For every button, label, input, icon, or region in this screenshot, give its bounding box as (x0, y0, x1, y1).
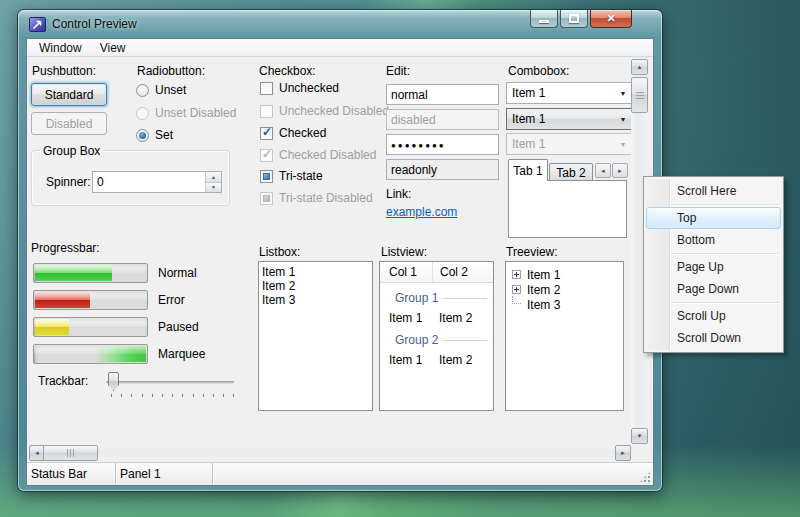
combobox-value: Item 1 (507, 112, 615, 126)
listbox: Item 1 Item 2 Item 3 (258, 261, 373, 411)
menu-item-page-up[interactable]: Page Up (646, 256, 781, 278)
listview: Col 1 Col 2 Group 1 Item 1 Item 2 Group … (379, 261, 494, 411)
horizontal-scroll-thumb[interactable] (43, 445, 98, 461)
radio-label: Unset Disabled (155, 106, 236, 120)
checkbox-checked-disabled: ✓ Checked Disabled (260, 147, 376, 163)
expand-plus-icon[interactable] (512, 285, 521, 294)
combobox-droplist[interactable]: Item 1 ▼ (506, 108, 632, 130)
thumb-grip-icon (70, 449, 71, 457)
status-panel-empty (213, 463, 653, 485)
menu-item-page-down[interactable]: Page Down (646, 278, 781, 300)
table-row[interactable]: Item 1 Item 2 (389, 353, 493, 367)
checkbox-tristate[interactable]: Tri-state (260, 168, 323, 184)
checkbox-tristate-disabled: Tri-state Disabled (260, 190, 373, 206)
vertical-scroll-thumb[interactable] (631, 77, 648, 113)
radio-set[interactable]: Set (136, 127, 173, 143)
scroll-up-button[interactable]: ▲ (631, 59, 648, 75)
close-icon: ✕ (606, 13, 615, 24)
edit-normal[interactable]: normal (386, 84, 499, 105)
progressbar-name: Marquee (158, 347, 205, 361)
indeterminate-fill (263, 195, 270, 202)
treeview: Item 1 Item 2 Item 3 (505, 261, 624, 411)
maximize-button[interactable] (560, 10, 588, 28)
standard-button[interactable]: Standard (31, 83, 107, 106)
titlebar[interactable]: Control Preview ✕ (26, 10, 654, 38)
edit-label: Edit: (386, 64, 410, 78)
progressbar-name: Error (158, 293, 185, 307)
edit-disabled: disabled (386, 109, 499, 130)
progress-gloss (34, 264, 147, 273)
menu-item-scroll-here[interactable]: Scroll Here (646, 180, 781, 202)
minimize-icon (539, 20, 549, 23)
checkbox-label: Tri-state (279, 169, 323, 183)
minimize-button[interactable] (530, 10, 558, 28)
checkbox-unchecked[interactable]: Unchecked (260, 80, 339, 96)
chevron-down-icon: ▼ (615, 116, 631, 123)
checkbox-unchecked-disabled: Unchecked Disabled (260, 103, 389, 119)
status-panel: Panel 1 (116, 463, 213, 485)
close-button[interactable]: ✕ (590, 10, 632, 28)
list-item[interactable]: Item 2 (259, 279, 372, 293)
list-item[interactable]: Item 3 (259, 293, 372, 307)
menu-view[interactable]: View (91, 40, 135, 56)
trackbar-thumb[interactable] (108, 372, 119, 391)
list-item[interactable]: Item 1 (259, 265, 372, 279)
cell: Item 1 (389, 311, 439, 325)
chevron-down-icon: ▼ (615, 141, 631, 148)
menu-item-scroll-up[interactable]: Scroll Up (646, 305, 781, 327)
table-row[interactable]: Item 1 Item 2 (389, 311, 493, 325)
combobox-normal[interactable]: Item 1 ▼ (506, 82, 632, 104)
horizontal-scrollbar[interactable]: ◄ ► (29, 445, 631, 461)
radio-icon (136, 107, 149, 120)
radio-checked-icon (136, 129, 149, 142)
menu-item-top[interactable]: Top (646, 207, 781, 229)
example-link[interactable]: example.com (386, 205, 457, 219)
thumb-grip-icon (636, 95, 644, 96)
radio-label: Unset (155, 83, 186, 97)
menu-item-scroll-down[interactable]: Scroll Down (646, 327, 781, 349)
tree-item[interactable]: Item 1 (506, 267, 623, 282)
edit-password[interactable]: ●●●●●●●● (386, 134, 499, 155)
tab-2[interactable]: Tab 2 (549, 163, 593, 181)
spinner-down-button[interactable]: ▼ (206, 183, 221, 193)
radiobutton-label: Radiobutton: (137, 64, 205, 78)
treeview-label: Treeview: (506, 245, 558, 259)
group-name: Group 2 (395, 333, 438, 347)
spinner-up-button[interactable]: ▲ (206, 172, 221, 183)
app-icon (29, 17, 46, 32)
tab-scroll-right-button[interactable]: ► (612, 163, 628, 178)
combobox-value: Item 1 (507, 137, 615, 151)
tab-1[interactable]: Tab 1 (508, 159, 548, 181)
cell: Item 2 (439, 311, 472, 325)
column-header[interactable]: Col 2 (433, 262, 493, 282)
tree-item[interactable]: Item 2 (506, 282, 623, 297)
status-bar: Status Bar Panel 1 (27, 462, 653, 485)
combobox-value: Item 1 (507, 86, 615, 100)
trackbar-track[interactable] (106, 381, 234, 384)
checkbox-label: Unchecked Disabled (279, 104, 389, 118)
progressbar-name: Paused (158, 320, 199, 334)
checkbox-label: Checked (279, 126, 326, 140)
tab-scroll-left-button[interactable]: ◄ (595, 163, 611, 178)
progressbar-normal (33, 263, 148, 283)
checkbox-icon (260, 105, 273, 118)
scroll-right-button[interactable]: ► (615, 445, 631, 461)
column-header[interactable]: Col 1 (380, 262, 433, 282)
menu-window[interactable]: Window (30, 40, 91, 56)
radio-unset[interactable]: Unset (136, 82, 186, 98)
cell: Item 2 (439, 353, 472, 367)
expand-plus-icon[interactable] (512, 270, 521, 279)
tab-content-panel (508, 180, 627, 238)
listview-group-header: Group 2 (395, 333, 487, 347)
group-box-legend: Group Box (40, 144, 103, 158)
edit-readonly[interactable]: readonly (386, 159, 499, 180)
tree-item-label: Item 2 (527, 283, 560, 297)
chevron-down-icon: ▼ (615, 90, 631, 97)
tree-item[interactable]: Item 3 (506, 297, 623, 312)
scroll-down-button[interactable]: ▼ (631, 428, 648, 444)
spinner-buttons: ▲ ▼ (205, 172, 221, 192)
checkbox-checked[interactable]: ✓ Checked (260, 125, 326, 141)
group-rule (443, 340, 487, 341)
menu-item-bottom[interactable]: Bottom (646, 229, 781, 251)
spinner-value[interactable]: 0 (93, 172, 205, 192)
